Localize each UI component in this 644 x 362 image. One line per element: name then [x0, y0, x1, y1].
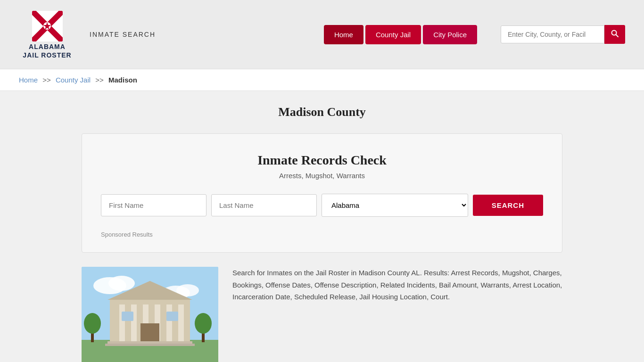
svg-line-6 — [616, 35, 619, 37]
page-title: Madison County — [82, 105, 562, 119]
last-name-input[interactable] — [211, 194, 317, 216]
nav-city-police-button[interactable]: City Police — [423, 25, 477, 44]
breadcrumb-home-link[interactable]: Home — [19, 76, 38, 84]
county-description: Search for Inmates on the Jail Roster in… — [232, 267, 562, 303]
breadcrumb-separator-2: >> — [95, 76, 104, 84]
nav-buttons: Home County Jail City Police — [324, 25, 477, 44]
header-search-bar — [501, 25, 625, 44]
building-image — [82, 267, 218, 362]
inmate-search-button[interactable]: SEARCH — [473, 195, 543, 216]
logo-icon — [31, 9, 64, 42]
first-name-input[interactable] — [101, 194, 206, 216]
svg-rect-19 — [166, 304, 172, 342]
breadcrumb-current: Madison — [108, 76, 137, 84]
state-select[interactable]: AlabamaAlaskaArizonaArkansasCaliforniaCo… — [322, 194, 468, 217]
svg-rect-16 — [131, 304, 137, 342]
svg-rect-23 — [166, 312, 178, 321]
svg-point-29 — [195, 313, 212, 334]
svg-rect-22 — [122, 312, 133, 321]
header-search-button[interactable] — [604, 25, 625, 44]
header: ALABAMA JAIL ROSTER INMATE SEARCH Home C… — [0, 0, 644, 69]
records-check-box: Inmate Records Check Arrests, Mugshot, W… — [82, 133, 562, 253]
svg-point-9 — [108, 276, 135, 291]
alabama-flag-icon — [32, 11, 63, 41]
bottom-section: Search for Inmates on the Jail Roster in… — [82, 267, 562, 362]
breadcrumb: Home >> County Jail >> Madison — [0, 69, 644, 91]
records-check-title: Inmate Records Check — [101, 153, 543, 168]
svg-rect-21 — [140, 323, 159, 342]
svg-rect-20 — [178, 304, 184, 342]
breadcrumb-county-jail-link[interactable]: County Jail — [56, 76, 91, 84]
svg-rect-25 — [105, 344, 195, 346]
records-check-subtitle: Arrests, Mugshot, Warrants — [101, 172, 543, 180]
sponsored-results-label: Sponsored Results — [101, 231, 543, 238]
svg-point-27 — [84, 313, 101, 334]
search-icon — [611, 30, 619, 37]
inmate-search-form: AlabamaAlaskaArizonaArkansasCaliforniaCo… — [101, 194, 543, 217]
header-search-input[interactable] — [501, 25, 604, 43]
courthouse-illustration — [82, 267, 218, 362]
nav-home-button[interactable]: Home — [324, 25, 363, 44]
nav-county-jail-button[interactable]: County Jail — [365, 25, 421, 44]
logo-text: ALABAMA JAIL ROSTER — [23, 42, 71, 59]
logo-line2: JAIL ROSTER — [23, 51, 71, 59]
main-content: Madison County Inmate Records Check Arre… — [63, 91, 581, 362]
breadcrumb-separator-1: >> — [42, 76, 51, 84]
svg-rect-15 — [119, 304, 125, 342]
logo-line1: ALABAMA — [29, 43, 66, 50]
inmate-search-label: INMATE SEARCH — [90, 31, 156, 38]
logo-area: ALABAMA JAIL ROSTER — [19, 9, 75, 59]
